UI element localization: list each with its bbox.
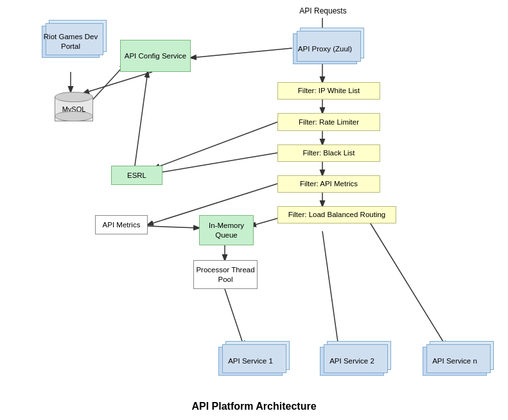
in-memory-queue-box: In-Memory Queue: [199, 215, 254, 245]
filter-routing-box: Filter: Load Balanced Routing: [277, 206, 396, 223]
filter-black-box: Filter: Black List: [277, 144, 380, 162]
svg-line-16: [322, 231, 338, 347]
api-service-n-box: API Service n: [423, 347, 487, 376]
page-title: API Platform Architecture: [0, 401, 508, 412]
filter-metrics-box: Filter: API Metrics: [277, 175, 380, 193]
svg-line-19: [148, 226, 199, 228]
svg-line-11: [154, 122, 277, 168]
api-requests-label: API Requests: [288, 5, 358, 18]
diagram-container: API Requests API Proxy (Zuul) API Config…: [0, 0, 508, 420]
filter-ip-box: Filter: IP White List: [277, 82, 380, 100]
svg-line-7: [83, 72, 152, 93]
svg-line-18: [225, 289, 244, 347]
processor-pool-box: Processor Thread Pool: [193, 260, 258, 289]
esrl-box: ESRL: [111, 166, 162, 185]
api-service-2-box: API Service 2: [320, 347, 384, 376]
svg-line-10: [154, 153, 277, 173]
riot-games-box: Riot Games Dev Portal: [42, 26, 100, 58]
svg-line-15: [250, 218, 277, 226]
api-metrics-box: API Metrics: [95, 215, 148, 234]
api-config-box: API Config Service: [120, 40, 191, 72]
svg-line-17: [367, 218, 446, 347]
svg-line-12: [135, 72, 148, 166]
api-service-1-box: API Service 1: [218, 347, 283, 376]
mysql-cylinder: MySQL: [55, 92, 93, 137]
filter-rate-box: Filter: Rate Limiter: [277, 113, 380, 131]
api-proxy-box: API Proxy (Zuul): [293, 33, 357, 64]
svg-line-6: [191, 48, 292, 58]
